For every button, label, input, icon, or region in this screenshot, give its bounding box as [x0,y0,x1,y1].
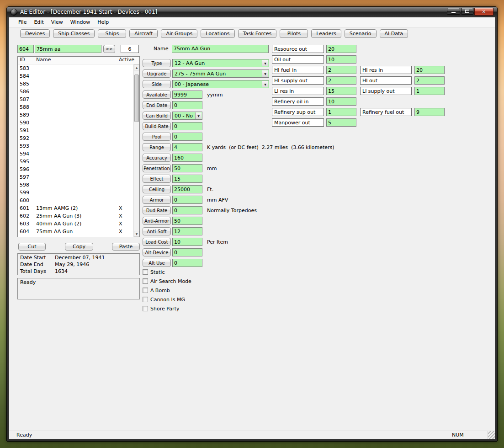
range-label-button[interactable]: Range [143,143,171,151]
menu-view[interactable]: View [48,17,67,27]
accuracy-label-button[interactable]: Accuracy [143,154,171,162]
upgrade-dropdown[interactable]: 275 - 75mm AA Gun▼ [172,69,269,78]
penetration-input[interactable] [172,164,202,172]
toolbar-pilots[interactable]: Pilots [280,29,308,38]
list-row-586[interactable]: 586 [18,88,133,96]
hi-res-in-input[interactable] [414,66,445,74]
type-label-button[interactable]: Type [143,59,171,67]
toolbar-devices[interactable]: Devices [20,29,50,38]
toolbar-ships[interactable]: Ships [98,29,126,38]
toolbar-scenario[interactable]: Scenario [345,29,377,38]
anti-armor-input[interactable] [172,217,202,225]
refinery-oil-in-input[interactable] [326,97,356,106]
ceiling-label-button[interactable]: Ceiling [143,185,171,193]
toolbar-air-groups[interactable]: Air Groups [161,29,197,38]
anti-soft-label-button[interactable]: Anti-Soft [143,227,171,235]
close-button[interactable]: ✕ [474,8,493,16]
minimize-button[interactable] [447,8,460,15]
device-id-input[interactable] [17,45,34,53]
list-row-593[interactable]: 593 [18,142,133,150]
list-row-604[interactable]: 604 75mm AA Gun X [18,228,133,235]
can-build-label-button[interactable]: Can Build [143,112,171,120]
armor-label-button[interactable]: Armor [143,196,171,204]
refinery-fuel-out-input[interactable] [414,108,445,116]
device-list-scrollbar[interactable]: ▲ ▼ [133,64,139,237]
menu-window[interactable]: Window [67,17,94,27]
toolbar-task-forces[interactable]: Task Forces [238,29,277,38]
list-row-591[interactable]: 591 [18,127,133,134]
anti-soft-input[interactable] [172,227,202,235]
dud-rate-input[interactable] [172,206,202,214]
available-input[interactable] [172,91,202,99]
list-row-594[interactable]: 594 [18,150,133,158]
side-label-button[interactable]: Side [143,80,171,88]
column-header-active[interactable]: Active [119,57,134,64]
scrollbar-thumb[interactable] [134,75,139,122]
list-row-585[interactable]: 585 [18,80,133,88]
scroll-up-icon[interactable]: ▲ [134,64,139,70]
refinery-sup-out-input[interactable] [326,108,356,116]
toolbar-aircraft[interactable]: Aircraft [129,29,158,38]
scroll-down-icon[interactable]: ▼ [134,231,139,237]
dud-rate-label-button[interactable]: Dud Rate [143,206,171,214]
end-date-label-button[interactable]: End Date [143,101,171,109]
toolbar-ai-data[interactable]: AI Data [380,29,409,38]
cannon-is-mg-checkbox[interactable] [143,297,148,302]
list-row-589[interactable]: 589 [18,111,133,119]
list-row-601[interactable]: 601 13mm AAMG (2) X [18,204,133,212]
list-row-598[interactable]: 598 [18,181,133,189]
build-rate-label-button[interactable]: Build Rate [143,122,171,130]
column-header-id[interactable]: ID [18,57,36,64]
list-row-592[interactable]: 592 [18,134,133,142]
menu-help[interactable]: Help [94,17,112,27]
toolbar-ship-classes[interactable]: Ship Classes [53,29,95,38]
effect-input[interactable] [172,175,202,183]
end-date-input[interactable] [172,101,202,109]
pool-label-button[interactable]: Pool [143,133,171,141]
hi-supply-out-input[interactable] [326,76,356,85]
list-row-600[interactable]: 600 [18,197,133,204]
a-bomb-checkbox[interactable] [143,288,148,293]
can-build-dropdown[interactable]: 00 - No▼ [172,112,202,120]
anti-armor-label-button[interactable]: Anti-Armor [143,217,171,225]
build-rate-input[interactable] [172,122,202,130]
air-search-mode-checkbox[interactable] [143,278,148,284]
effect-label-button[interactable]: Effect [143,175,171,183]
alt-use-label-button[interactable]: Alt Use [143,259,171,267]
type-dropdown[interactable]: 12 - AA Gun▼ [172,59,269,67]
oil-out-input[interactable] [326,55,356,64]
list-row-603[interactable]: 603 40mm AA Gun (2) X [18,220,133,228]
upgrade-label-button[interactable]: Upgrade [143,69,171,78]
menu-file[interactable]: File [15,17,30,27]
accuracy-input[interactable] [172,154,202,162]
range-input[interactable] [172,143,202,151]
list-row-596[interactable]: 596 [18,165,133,173]
paste-button[interactable]: Paste [112,243,140,251]
list-row-590[interactable]: 590 [18,119,133,127]
list-row-588[interactable]: 588 [18,103,133,111]
load-cost-input[interactable] [172,238,202,246]
toolbar-locations[interactable]: Locations [201,29,234,38]
copy-button[interactable]: Copy [65,243,93,251]
alt-device-label-button[interactable]: Alt Device [143,248,171,256]
resize-grip[interactable] [488,431,495,439]
li-supply-out-input[interactable] [414,87,445,95]
load-cost-label-button[interactable]: Load Cost [143,238,171,246]
alt-device-input[interactable] [172,248,202,256]
ceiling-input[interactable] [172,185,202,193]
list-row-597[interactable]: 597 [18,173,133,181]
cut-button[interactable]: Cut [18,243,46,251]
static-checkbox[interactable] [143,269,148,275]
list-row-602[interactable]: 602 25mm AA Gun (3) X [18,212,133,220]
available-label-button[interactable]: Available [143,91,171,99]
manpower-out-input[interactable] [326,118,356,127]
side-dropdown[interactable]: 00 - Japanese▼ [172,80,269,88]
li-res-in-input[interactable] [326,87,356,95]
armor-input[interactable] [172,196,202,204]
goto-button[interactable]: >> [103,45,115,53]
toolbar-leaders[interactable]: Leaders [311,29,341,38]
list-row-583[interactable]: 583 [18,64,133,72]
hi-fuel-in-input[interactable] [326,66,356,74]
list-row-587[interactable]: 587 [18,96,133,103]
title-bar[interactable]: AE Editor - [December 1941 Start - Devic… [7,7,497,17]
